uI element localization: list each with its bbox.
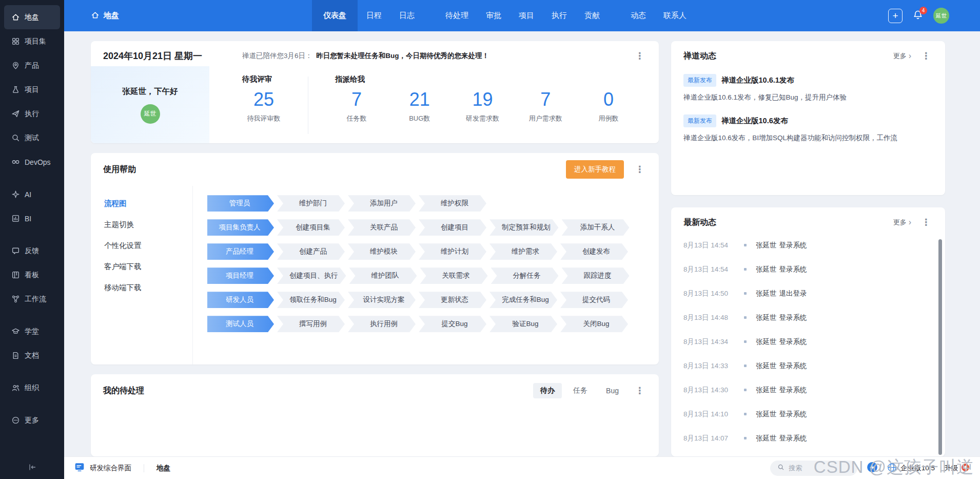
flow-chip-step[interactable]: 分解任务: [491, 267, 559, 284]
sidebar-item-workflow[interactable]: 工作流: [4, 287, 60, 311]
stat-review-count[interactable]: 25 待我评审数: [242, 89, 285, 123]
flow-chip-step[interactable]: 创建产品: [277, 243, 345, 260]
release-badge[interactable]: 最新发布: [683, 74, 716, 87]
tab-calendar[interactable]: 日程: [358, 0, 390, 31]
flow-chip-step[interactable]: 维护需求: [489, 243, 557, 260]
todo-kebab-menu[interactable]: ⋮: [633, 385, 646, 396]
stat-dev-story-count[interactable]: 19 研发需求数: [461, 89, 504, 123]
search-input[interactable]: [789, 464, 845, 472]
current-space-label[interactable]: 地盘: [156, 464, 170, 473]
tutorial-button[interactable]: 进入新手教程: [566, 160, 624, 179]
flow-chip-role[interactable]: 测试人员: [207, 316, 274, 332]
sidebar-item-ai[interactable]: AI: [4, 182, 60, 206]
greeting-avatar[interactable]: 延世: [141, 104, 160, 124]
sidebar-item-feedback[interactable]: 反馈: [4, 239, 60, 263]
flow-chip-step[interactable]: 执行用例: [348, 316, 416, 332]
sidebar-item-test[interactable]: 测试: [4, 126, 60, 150]
create-button[interactable]: +: [888, 9, 903, 23]
navbar-brand[interactable]: 地盘: [64, 11, 119, 21]
flow-chip-step[interactable]: 关联需求: [420, 267, 488, 284]
flow-chip-step[interactable]: 创建发布: [560, 243, 628, 260]
tab-dashboard[interactable]: 仪表盘: [312, 0, 358, 31]
flow-chip-step[interactable]: 提交代码: [560, 292, 628, 308]
sidebar-item-school[interactable]: 学堂: [4, 319, 60, 343]
sidebar-item-more[interactable]: 更多: [4, 408, 60, 432]
tab-dynamic[interactable]: 动态: [622, 0, 655, 31]
flow-chip-step[interactable]: 撰写用例: [277, 316, 345, 332]
tab-todo-bug[interactable]: Bug: [599, 384, 626, 398]
messenger-icon[interactable]: [867, 462, 878, 474]
tab-execution[interactable]: 执行: [543, 0, 576, 31]
flow-chip-step[interactable]: 设计实现方案: [348, 292, 416, 308]
help-menu-mobile-download[interactable]: 移动端下载: [104, 277, 192, 298]
flow-chip-role[interactable]: 产品经理: [207, 243, 274, 260]
activity-kebab-menu[interactable]: ⋮: [919, 217, 933, 228]
activity-more-link[interactable]: 更多 ›: [893, 218, 911, 227]
sidebar-item-bi[interactable]: BI: [4, 206, 60, 231]
flow-chip-step[interactable]: 领取任务和Bug: [277, 292, 345, 308]
flow-chip-role[interactable]: 研发人员: [207, 292, 274, 308]
sidebar-item-org[interactable]: 组织: [4, 376, 60, 400]
help-menu-client-download[interactable]: 客户端下载: [104, 256, 192, 277]
flow-chip-step[interactable]: 创建项目集: [277, 219, 345, 236]
stat-case-count[interactable]: 0 用例数: [587, 89, 630, 123]
help-menu-theme[interactable]: 主题切换: [104, 214, 192, 235]
sidebar-item-dashboard[interactable]: 地盘: [4, 5, 60, 29]
flow-chip-step[interactable]: 关闭Bug: [560, 316, 628, 332]
sidebar-item-devops[interactable]: DevOps: [4, 150, 60, 174]
news-kebab-menu[interactable]: ⋮: [919, 50, 933, 62]
news-more-link[interactable]: 更多 ›: [893, 51, 911, 61]
help-menu-personalize[interactable]: 个性化设置: [104, 235, 192, 256]
activity-scrollbar[interactable]: [938, 239, 942, 455]
flow-chip-step[interactable]: 维护模块: [348, 243, 416, 260]
flow-chip-step[interactable]: 维护计划: [419, 243, 486, 260]
sidebar-item-execution[interactable]: 执行: [4, 102, 60, 126]
flow-chip-step[interactable]: 关联产品: [348, 219, 416, 236]
stat-task-count[interactable]: 7 任务数: [335, 89, 378, 123]
flow-chip-role[interactable]: 项目经理: [207, 267, 274, 284]
news-item-title[interactable]: 禅道企业版10.6发布: [721, 116, 788, 126]
tab-approval[interactable]: 审批: [477, 0, 510, 31]
flow-chip-step[interactable]: 添加干系人: [562, 219, 630, 236]
sidebar-item-project[interactable]: 项目: [4, 78, 60, 102]
flow-chip-step[interactable]: 添加用户: [348, 195, 416, 212]
stat-user-story-count[interactable]: 7 用户需求数: [524, 89, 567, 123]
flow-chip-role[interactable]: 管理员: [207, 195, 274, 212]
flow-chip-step[interactable]: 提交Bug: [419, 316, 486, 332]
upgrade-link[interactable]: 升级: [944, 463, 970, 473]
flow-chip-step[interactable]: 维护部门: [277, 195, 345, 212]
overview-kebab-menu[interactable]: ⋮: [633, 50, 646, 62]
tab-todo-task[interactable]: 任务: [566, 383, 595, 398]
tab-log[interactable]: 日志: [390, 0, 423, 31]
version-label[interactable]: 企业版10.5: [887, 463, 935, 474]
release-badge[interactable]: 最新发布: [683, 114, 716, 127]
flow-chip-step[interactable]: 跟踪进度: [562, 267, 630, 284]
flow-chip-role[interactable]: 项目集负责人: [207, 219, 274, 236]
tab-contacts[interactable]: 联系人: [655, 0, 695, 31]
flow-chip-step[interactable]: 维护团队: [349, 267, 417, 284]
sidebar-item-program[interactable]: 项目集: [4, 29, 60, 53]
flow-chip-step[interactable]: 验证Bug: [489, 316, 557, 332]
tab-todo-pending[interactable]: 待办: [533, 383, 562, 398]
help-menu-flowchart[interactable]: 流程图: [104, 193, 192, 214]
sidebar-item-doc[interactable]: 文档: [4, 343, 60, 368]
notifications-button[interactable]: 4: [913, 10, 923, 22]
sidebar-item-kanban[interactable]: 看板: [4, 263, 60, 287]
flow-chip-step[interactable]: 维护权限: [419, 195, 486, 212]
workspace-label[interactable]: 研发综合界面: [90, 464, 131, 473]
tab-project[interactable]: 项目: [510, 0, 543, 31]
flow-chip-step[interactable]: 制定预算和规划: [489, 219, 559, 236]
flow-chip-step[interactable]: 创建项目、执行: [277, 267, 346, 284]
sidebar-collapse-button[interactable]: [0, 463, 64, 473]
flow-chip-step[interactable]: 创建项目: [419, 219, 486, 236]
tab-pending[interactable]: 待处理: [437, 0, 477, 31]
user-avatar[interactable]: 延世: [933, 8, 949, 24]
search-box[interactable]: [770, 461, 857, 476]
flow-chip-step[interactable]: 完成任务和Bug: [489, 292, 557, 308]
sidebar-item-product[interactable]: 产品: [4, 53, 60, 78]
tab-contribution[interactable]: 贡献: [576, 0, 609, 31]
stat-bug-count[interactable]: 21 BUG数: [398, 89, 441, 123]
flow-chip-step[interactable]: 更新状态: [419, 292, 486, 308]
help-kebab-menu[interactable]: ⋮: [633, 164, 646, 175]
news-item-title[interactable]: 禅道企业版10.6.1发布: [721, 75, 794, 85]
